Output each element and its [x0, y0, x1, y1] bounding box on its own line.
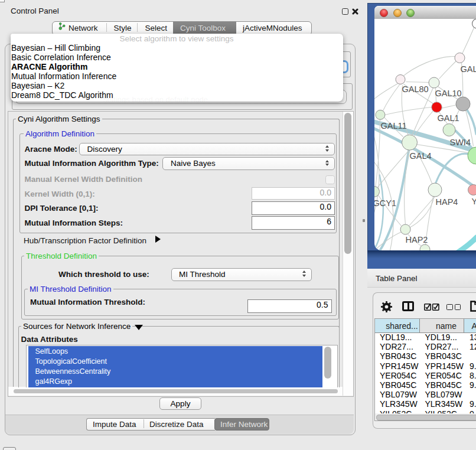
svg-text:GAL4: GAL4 — [409, 151, 431, 161]
svg-text:GAL1: GAL1 — [437, 113, 459, 122]
svg-text:HAP4: HAP4 — [435, 197, 458, 206]
svg-text:GAL11: GAL11 — [380, 120, 406, 130]
svg-text:SWI4: SWI4 — [449, 137, 470, 146]
svg-text:GAL: GAL — [460, 64, 476, 73]
svg-text:GAL80: GAL80 — [402, 84, 428, 93]
svg-text:GCY1: GCY1 — [374, 198, 396, 208]
svg-text:HAP2: HAP2 — [405, 235, 428, 244]
svg-text:GAL10: GAL10 — [435, 88, 461, 97]
svg-text:Y: Y — [471, 196, 476, 206]
